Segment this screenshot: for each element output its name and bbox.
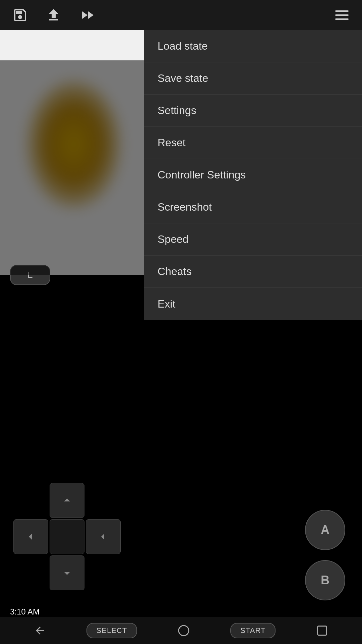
bottom-nav: SELECT START bbox=[0, 617, 362, 644]
select-button[interactable]: SELECT bbox=[86, 623, 137, 638]
menu-item-settings[interactable]: Settings bbox=[144, 95, 362, 127]
back-button[interactable] bbox=[34, 625, 46, 637]
dpad-empty-tl bbox=[13, 483, 48, 518]
dpad-empty-bl bbox=[13, 555, 48, 590]
menu-item-save-state[interactable]: Save state bbox=[144, 62, 362, 95]
fast-forward-button[interactable] bbox=[77, 5, 97, 25]
dpad-left-button[interactable] bbox=[13, 519, 48, 554]
svg-point-0 bbox=[179, 626, 189, 636]
menu-item-speed[interactable]: Speed bbox=[144, 223, 362, 256]
dpad-down-button[interactable] bbox=[50, 555, 84, 590]
menu-item-load-state[interactable]: Load state bbox=[144, 30, 362, 62]
dpad-up-button[interactable] bbox=[50, 483, 84, 518]
svg-rect-1 bbox=[318, 626, 327, 635]
save-button[interactable] bbox=[10, 5, 30, 25]
action-buttons: A B bbox=[305, 510, 345, 600]
dpad bbox=[13, 483, 121, 590]
square-button[interactable] bbox=[316, 625, 328, 637]
dpad-empty-br bbox=[86, 555, 121, 590]
menu-item-exit[interactable]: Exit bbox=[144, 288, 362, 320]
home-button[interactable] bbox=[178, 625, 190, 637]
overlay-dim bbox=[0, 60, 144, 275]
upload-button[interactable] bbox=[44, 5, 64, 25]
status-bar-time: 3:10 AM bbox=[10, 607, 40, 616]
hamburger-menu-button[interactable] bbox=[332, 5, 352, 25]
dpad-empty-tr bbox=[86, 483, 121, 518]
menu-item-cheats[interactable]: Cheats bbox=[144, 256, 362, 288]
a-button[interactable]: A bbox=[305, 510, 345, 550]
menu-item-reset[interactable]: Reset bbox=[144, 127, 362, 159]
b-button[interactable]: B bbox=[305, 560, 345, 600]
toolbar bbox=[0, 0, 362, 30]
dpad-center bbox=[50, 519, 84, 554]
dpad-right-button[interactable] bbox=[86, 519, 121, 554]
menu-item-controller-settings[interactable]: Controller Settings bbox=[144, 159, 362, 191]
menu-item-screenshot[interactable]: Screenshot bbox=[144, 191, 362, 223]
dropdown-menu: Load state Save state Settings Reset Con… bbox=[144, 30, 362, 320]
start-button[interactable]: START bbox=[230, 623, 276, 638]
